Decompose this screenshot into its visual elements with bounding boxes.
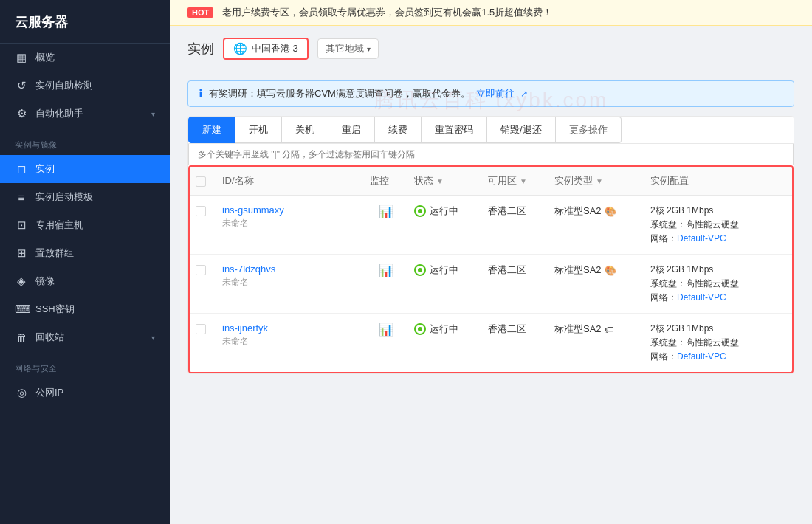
th-config: 实例配置: [644, 174, 792, 187]
sidebar-item-images[interactable]: ◈ 镜像: [0, 267, 170, 295]
more-button[interactable]: 更多操作: [556, 117, 622, 143]
status-running-icon: [414, 205, 426, 217]
td-config: 2核 2GB 1Mbps 系统盘：高性能云硬盘 网络：Default-VPC: [644, 204, 792, 245]
instance-name: 未命名: [222, 276, 249, 289]
sidebar-item-launch-templates[interactable]: ≡ 实例启动模板: [0, 183, 170, 211]
td-checkbox: [190, 263, 216, 275]
th-type[interactable]: 实例类型 ▼: [548, 174, 644, 187]
sidebar-item-label: 实例自助检测: [35, 79, 155, 92]
sidebar-section-instances-label: 实例与镜像: [0, 128, 170, 155]
new-button[interactable]: 新建: [188, 117, 235, 143]
td-type: 标准型SA2 🎨: [548, 204, 644, 218]
check-icon: ↺: [15, 79, 28, 92]
page-content: 实例 🌐 中国香港 3 其它地域 ▾ 腾讯云百科 txybk.com ℹ 有奖调…: [170, 26, 812, 524]
td-id-name: ins-7ldzqhvs 未命名: [216, 263, 364, 289]
template-icon: ≡: [15, 191, 28, 204]
monitor-chart-icon: 📊: [379, 204, 393, 218]
monitor-chart-icon: 📊: [379, 263, 393, 277]
vpc-link[interactable]: Default-VPC: [677, 233, 726, 244]
table-row: ins-ijnertyk 未命名 📊 运行中 香港二区: [190, 314, 792, 372]
tag-emoji-icon: 🎨: [605, 206, 616, 217]
sidebar-item-placement-groups[interactable]: ⊞ 置放群组: [0, 239, 170, 267]
row-checkbox[interactable]: [196, 206, 206, 216]
chevron-down-icon: ▾: [151, 110, 155, 118]
td-id-name: ins-gsummaxy 未命名: [216, 204, 364, 230]
restart-button[interactable]: 重启: [328, 117, 375, 143]
td-monitor[interactable]: 📊: [364, 204, 408, 218]
td-zone: 香港二区: [482, 323, 548, 336]
monitor-chart-icon: 📊: [379, 323, 393, 337]
instance-id-link[interactable]: ins-gsummaxy: [222, 204, 284, 216]
filter-row: [188, 144, 794, 165]
filter-icon: ▼: [436, 177, 444, 185]
toolbar-container: 新建 开机 关机 重启 续费 重置密码 销毁/退还 更多操作: [187, 116, 794, 374]
sidebar-item-self-check[interactable]: ↺ 实例自助检测: [0, 72, 170, 100]
instance-id-link[interactable]: ins-ijnertyk: [222, 323, 268, 334]
th-checkbox: [190, 174, 216, 187]
sidebar-item-label: 镜像: [35, 275, 155, 288]
region-label: 中国香港 3: [252, 42, 298, 55]
sidebar-item-automation[interactable]: ⚙ 自动化助手 ▾: [0, 100, 170, 128]
disk-label: 系统盘：高性能云硬盘: [650, 218, 739, 231]
th-id-name: ID/名称: [216, 174, 364, 187]
region-selector-other[interactable]: 其它地域 ▾: [317, 38, 379, 59]
status-text: 运行中: [430, 263, 458, 277]
instance-table: ID/名称 监控 状态 ▼ 可用区 ▼ 实例类型 ▼ 实例配置: [188, 165, 794, 373]
sidebar-item-label: 置放群组: [35, 247, 155, 260]
renew-button[interactable]: 续费: [375, 117, 422, 143]
sidebar-item-recycle[interactable]: 🗑 回收站 ▾: [0, 323, 170, 351]
td-status: 运行中: [408, 263, 482, 277]
sidebar-item-instances[interactable]: ◻ 实例: [0, 155, 170, 183]
table-row: ins-gsummaxy 未命名 📊 运行中 香港二区: [190, 196, 792, 255]
network-label: 网络：Default-VPC: [650, 351, 726, 363]
chevron-down-icon: ▾: [151, 334, 155, 342]
survey-banner: ℹ 有奖调研：填写云服务器CVM满意度调查问卷，赢取代金券。 立即前往 ↗: [187, 80, 794, 107]
toolbar: 新建 开机 关机 重启 续费 重置密码 销毁/退还 更多操作: [188, 117, 794, 144]
td-monitor[interactable]: 📊: [364, 323, 408, 337]
td-config: 2核 2GB 1Mbps 系统盘：高性能云硬盘 网络：Default-VPC: [644, 323, 792, 363]
sidebar-item-label: 专用宿主机: [35, 218, 155, 232]
filter-input[interactable]: [189, 144, 793, 165]
vpc-link[interactable]: Default-VPC: [677, 351, 726, 362]
promo-banner: HOT 老用户续费专区，会员领取专属优惠券，会员签到更有机会赢1.5折超值续费！: [170, 0, 812, 26]
td-config: 2核 2GB 1Mbps 系统盘：高性能云硬盘 网络：Default-VPC: [644, 263, 792, 304]
instance-icon: ◻: [15, 162, 28, 176]
instance-name: 未命名: [222, 217, 249, 230]
trash-icon: 🗑: [15, 331, 28, 344]
network-label: 网络：Default-VPC: [650, 232, 726, 245]
config-spec: 2核 2GB 1Mbps: [650, 263, 713, 276]
sidebar-item-label: 概览: [35, 51, 155, 64]
sidebar-item-public-ip[interactable]: ◎ 公网IP: [0, 379, 170, 407]
external-link-icon: ↗: [520, 89, 528, 99]
sidebar-item-overview[interactable]: ▦ 概览: [0, 44, 170, 72]
sidebar-item-label: SSH密钥: [35, 303, 155, 316]
survey-link[interactable]: 立即前往: [476, 87, 515, 100]
survey-text: 有奖调研：填写云服务器CVM满意度调查问卷，赢取代金券。: [209, 87, 470, 100]
select-all-checkbox[interactable]: [196, 176, 206, 187]
instance-id-link[interactable]: ins-7ldzqhvs: [222, 263, 275, 275]
banner-text: 老用户续费专区，会员领取专属优惠券，会员签到更有机会赢1.5折超值续费！: [222, 6, 552, 19]
filter-icon: ▼: [520, 177, 527, 185]
table-header: ID/名称 监控 状态 ▼ 可用区 ▼ 实例类型 ▼ 实例配置: [190, 167, 792, 196]
row-checkbox[interactable]: [196, 324, 206, 334]
vpc-link[interactable]: Default-VPC: [677, 292, 726, 303]
th-status[interactable]: 状态 ▼: [408, 174, 482, 187]
power-on-button[interactable]: 开机: [235, 117, 282, 143]
td-monitor[interactable]: 📊: [364, 263, 408, 277]
table-row: ins-7ldzqhvs 未命名 📊 运行中 香港二区: [190, 255, 792, 314]
region-selector-hk[interactable]: 🌐 中国香港 3: [223, 38, 309, 60]
globe-icon: 🌐: [233, 42, 247, 55]
host-icon: ⊡: [15, 218, 28, 232]
sidebar-item-dedicated-hosts[interactable]: ⊡ 专用宿主机: [0, 211, 170, 239]
sidebar-item-label: 实例: [35, 162, 155, 176]
page-title: 实例: [187, 40, 214, 58]
destroy-button[interactable]: 销毁/退还: [487, 117, 556, 143]
power-off-button[interactable]: 关机: [282, 117, 328, 143]
disk-label: 系统盘：高性能云硬盘: [650, 277, 739, 290]
th-zone[interactable]: 可用区 ▼: [482, 174, 548, 187]
reset-password-button[interactable]: 重置密码: [422, 117, 487, 143]
th-monitor: 监控: [364, 174, 408, 187]
row-checkbox[interactable]: [196, 265, 206, 275]
sidebar-item-label: 自动化助手: [35, 107, 144, 120]
sidebar-item-ssh-keys[interactable]: ⌨ SSH密钥: [0, 295, 170, 323]
